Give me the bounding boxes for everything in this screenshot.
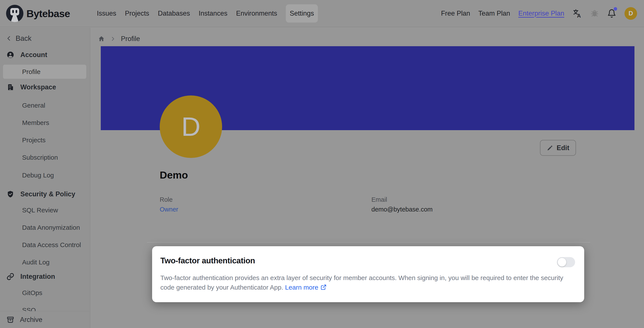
sidebar-item-audit-log[interactable]: Audit Log bbox=[3, 255, 86, 269]
section-security-policy: Security & Policy bbox=[6, 190, 75, 198]
settings-sidebar: Back Account Profile Workspace bbox=[0, 28, 90, 328]
header-right-cluster: Free Plan Team Plan Enterprise Plan A bbox=[441, 0, 637, 27]
notification-bell-icon[interactable] bbox=[607, 9, 616, 18]
chevron-left-icon bbox=[6, 35, 12, 42]
toggle-knob bbox=[558, 258, 566, 267]
pencil-icon bbox=[547, 145, 553, 151]
logo-wordmark: Bytebase bbox=[26, 8, 70, 20]
external-link-icon bbox=[320, 284, 326, 291]
section-account: Account bbox=[6, 51, 47, 59]
sidebar-item-subscription[interactable]: Subscription bbox=[3, 150, 86, 164]
role-field-label: Role bbox=[160, 196, 173, 203]
link-icon bbox=[6, 273, 14, 280]
bug-report-icon[interactable] bbox=[590, 9, 599, 18]
bytebase-logo-icon bbox=[6, 5, 24, 22]
breadcrumb-chevron-icon bbox=[110, 36, 116, 42]
nav-projects[interactable]: Projects bbox=[125, 10, 149, 17]
sidebar-item-profile[interactable]: Profile bbox=[3, 65, 86, 79]
edit-button-label: Edit bbox=[557, 144, 570, 152]
main-nav: Issues Projects Databases Instances Envi… bbox=[97, 0, 318, 27]
bytebase-logo[interactable]: Bytebase bbox=[6, 5, 70, 22]
role-field-value[interactable]: Owner bbox=[160, 206, 178, 213]
building-icon bbox=[6, 83, 14, 91]
enterprise-plan-link[interactable]: Enterprise Plan bbox=[518, 10, 564, 17]
two-factor-auth-title: Two-factor authentication bbox=[160, 256, 255, 265]
sidebar-item-data-anonymization[interactable]: Data Anonymization bbox=[3, 220, 86, 234]
shield-check-icon bbox=[6, 190, 14, 198]
edit-profile-button[interactable]: Edit bbox=[540, 140, 576, 156]
archive-button[interactable]: Archive bbox=[0, 311, 90, 328]
team-plan-link[interactable]: Team Plan bbox=[478, 10, 510, 17]
section-integration: Integration bbox=[6, 272, 55, 281]
nav-settings-active[interactable]: Settings bbox=[286, 4, 318, 23]
nav-issues[interactable]: Issues bbox=[97, 10, 116, 17]
sidebar-item-data-access-control[interactable]: Data Access Control bbox=[3, 238, 86, 252]
nav-databases[interactable]: Databases bbox=[158, 10, 190, 17]
two-factor-auth-description: Two-factor authentication provides an ex… bbox=[160, 273, 570, 292]
svg-text:A: A bbox=[577, 13, 581, 18]
user-circle-icon bbox=[6, 51, 14, 59]
top-header: Bytebase Issues Projects Databases Insta… bbox=[0, 0, 644, 27]
two-factor-auth-card: Two-factor authentication Two-factor aut… bbox=[152, 246, 584, 302]
notification-dot bbox=[614, 7, 617, 11]
sidebar-item-members[interactable]: Members bbox=[3, 116, 86, 130]
nav-environments[interactable]: Environments bbox=[236, 10, 277, 17]
sidebar-item-debug-log[interactable]: Debug Log bbox=[3, 168, 86, 182]
home-icon[interactable] bbox=[98, 35, 105, 42]
user-avatar[interactable]: D bbox=[624, 7, 637, 20]
email-field-label: Email bbox=[372, 196, 387, 203]
nav-instances[interactable]: Instances bbox=[199, 10, 228, 17]
section-workspace: Workspace bbox=[6, 83, 56, 92]
free-plan-link[interactable]: Free Plan bbox=[441, 10, 470, 17]
sidebar-item-general[interactable]: General bbox=[3, 98, 86, 112]
sidebar-item-gitops[interactable]: GitOps bbox=[3, 286, 86, 300]
archive-icon bbox=[6, 316, 14, 324]
two-factor-auth-toggle[interactable] bbox=[557, 257, 575, 267]
section-divider bbox=[147, 242, 590, 242]
profile-name: Demo bbox=[160, 169, 188, 181]
learn-more-link[interactable]: Learn more bbox=[285, 284, 326, 291]
profile-avatar[interactable]: D bbox=[160, 96, 222, 158]
breadcrumb: Profile bbox=[98, 34, 140, 44]
sidebar-item-projects[interactable]: Projects bbox=[3, 133, 86, 147]
back-button[interactable]: Back bbox=[6, 34, 32, 43]
breadcrumb-page: Profile bbox=[121, 35, 140, 43]
email-field-value: demo@bytebase.com bbox=[372, 206, 433, 213]
sidebar-item-sql-review[interactable]: SQL Review bbox=[3, 203, 86, 217]
main-content: Profile D Edit Demo Role Owner Email dem… bbox=[91, 28, 644, 328]
language-icon[interactable]: A bbox=[572, 9, 582, 18]
